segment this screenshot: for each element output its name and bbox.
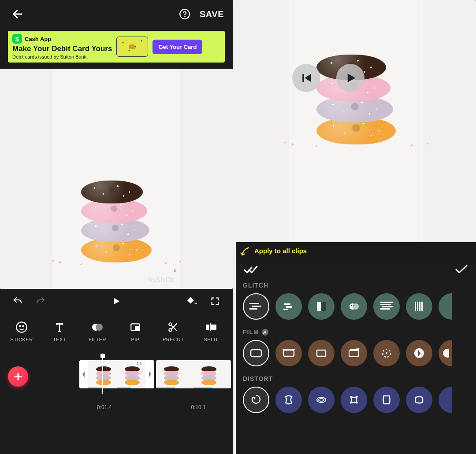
glitch-effect-6[interactable]	[406, 293, 432, 320]
svg-point-2	[184, 16, 185, 17]
add-clip-button[interactable]	[8, 366, 28, 387]
svg-rect-40	[380, 308, 390, 310]
glitch-effect-1[interactable]	[243, 293, 269, 320]
clip-left-handle[interactable]	[79, 360, 88, 388]
ad-card-graphic	[116, 37, 148, 57]
glitch-effect-2[interactable]	[275, 293, 302, 320]
svg-rect-5	[195, 303, 197, 304]
keyframe-icon	[186, 296, 198, 306]
preview-image	[81, 181, 152, 262]
svg-rect-42	[417, 302, 418, 311]
undo-icon	[12, 296, 23, 306]
svg-rect-44	[421, 302, 423, 311]
plus-icon	[13, 371, 23, 382]
playhead[interactable]	[102, 355, 103, 394]
svg-point-55	[319, 399, 324, 401]
svg-rect-48	[317, 350, 326, 356]
cashapp-logo-icon: $	[12, 34, 22, 44]
tool-sticker[interactable]: STICKER	[4, 320, 39, 342]
glitch-effect-3[interactable]	[308, 293, 335, 320]
filter-icon	[90, 320, 104, 334]
save-button[interactable]: SAVE	[200, 9, 224, 19]
film-effect-4[interactable]	[341, 340, 367, 366]
editor-main-screen: SAVE $ Cash App Make Your Debit Card You…	[0, 0, 233, 454]
effects-panel[interactable]: GLITCH FILM DISTORT	[236, 278, 476, 446]
svg-point-34	[353, 303, 359, 310]
hint-arrow-icon	[239, 246, 252, 258]
svg-point-10	[96, 324, 103, 331]
timeline[interactable]: 2.1 0:01.4 0:10.1	[0, 349, 233, 411]
fullscreen-button[interactable]	[206, 292, 224, 310]
distort-effect-1[interactable]	[243, 387, 269, 413]
tool-text[interactable]: TEXT	[42, 320, 77, 342]
confirm-button[interactable]	[455, 264, 468, 276]
film-effect-7[interactable]	[439, 340, 452, 366]
play-overlay-button[interactable]	[336, 64, 364, 92]
distort-effect-3[interactable]	[308, 387, 335, 413]
svg-rect-45	[251, 350, 261, 357]
ad-banner[interactable]: $ Cash App Make Your Debit Card Yours De…	[8, 31, 225, 63]
keyframe-button[interactable]	[183, 292, 201, 310]
scissors-icon	[166, 320, 180, 334]
ad-headline: Make Your Debit Card Yours	[12, 44, 112, 53]
glitch-effect-5[interactable]	[373, 293, 400, 320]
svg-point-35	[351, 305, 353, 306]
svg-marker-3	[114, 298, 120, 305]
video-preview[interactable]: × InShOt	[0, 69, 233, 289]
watermark-text: InShOt	[148, 276, 174, 284]
distort-effect-4[interactable]	[341, 387, 367, 413]
apply-all-button[interactable]	[244, 265, 259, 275]
distort-effect-5[interactable]	[373, 387, 400, 413]
svg-rect-30	[283, 309, 288, 310]
play-button[interactable]	[108, 292, 125, 310]
svg-marker-23	[305, 74, 311, 82]
play-icon	[112, 296, 121, 306]
category-film-label: FILM	[243, 329, 476, 336]
svg-rect-46	[283, 350, 294, 356]
glitch-effect-4[interactable]	[341, 293, 367, 320]
glitch-effect-7[interactable]	[439, 293, 452, 320]
tool-pip[interactable]: PIP	[118, 320, 153, 342]
tool-filter[interactable]: FILTER	[80, 320, 115, 342]
skip-previous-icon	[300, 71, 313, 85]
svg-rect-49	[349, 351, 359, 357]
timestamp-b: 0:10.1	[191, 404, 205, 410]
back-button[interactable]	[9, 5, 26, 23]
clip-right-handle[interactable]	[145, 360, 154, 388]
svg-rect-28	[284, 303, 290, 305]
distort-effect-6[interactable]	[406, 387, 432, 413]
svg-rect-19	[210, 323, 211, 331]
svg-point-13	[169, 323, 172, 326]
film-effect-6[interactable]	[406, 340, 432, 366]
help-button[interactable]	[176, 5, 193, 23]
film-effect-3[interactable]	[308, 340, 335, 366]
svg-rect-32	[321, 302, 326, 311]
effect-preview[interactable]	[236, 0, 476, 242]
double-check-icon	[244, 265, 259, 275]
tool-precut[interactable]: PRECUT	[156, 320, 191, 342]
distort-effect-2[interactable]	[275, 387, 302, 413]
skip-previous-button[interactable]	[292, 64, 320, 92]
playback-bar	[0, 289, 233, 314]
svg-point-51	[386, 352, 387, 354]
tool-split[interactable]: SPLIT	[193, 320, 229, 342]
svg-rect-29	[286, 306, 292, 308]
undo-button[interactable]	[9, 292, 26, 310]
redo-icon	[35, 296, 46, 306]
film-effect-1[interactable]	[243, 340, 269, 366]
top-bar: SAVE	[0, 0, 233, 28]
svg-rect-37	[380, 302, 393, 303]
ad-cta-button[interactable]: Get Your Card	[152, 40, 202, 54]
film-row	[243, 340, 476, 366]
film-effect-2[interactable]	[275, 340, 302, 366]
svg-marker-24	[348, 74, 356, 82]
clip-speed-badge: 2.1	[134, 361, 144, 366]
film-effect-5[interactable]	[373, 340, 400, 366]
redo-button[interactable]	[32, 292, 49, 310]
svg-rect-17	[206, 325, 209, 330]
svg-rect-41	[415, 302, 416, 311]
distort-effect-7[interactable]	[439, 387, 452, 413]
watermark-close-icon[interactable]: ×	[174, 268, 177, 274]
svg-point-8	[22, 326, 23, 327]
svg-rect-39	[382, 306, 393, 307]
